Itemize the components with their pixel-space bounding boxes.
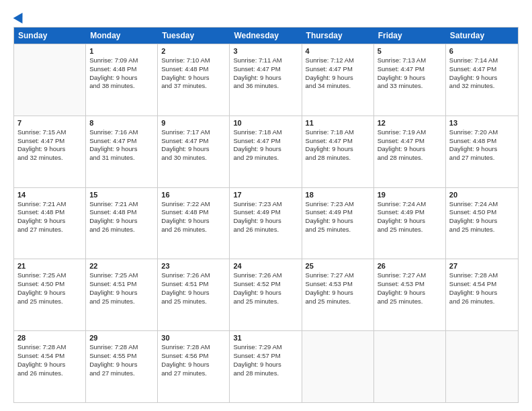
sunrise-text: Sunrise: 7:11 AM <box>233 56 298 65</box>
sunrise-text: Sunrise: 7:24 AM <box>449 200 515 209</box>
calendar-week-2: 7Sunrise: 7:15 AMSunset: 4:47 PMDaylight… <box>14 116 518 187</box>
daylight-minutes: and 28 minutes. <box>378 154 442 163</box>
sunset-text: Sunset: 4:55 PM <box>89 352 154 361</box>
calendar-cell: 27Sunrise: 7:28 AMSunset: 4:54 PMDayligh… <box>446 259 518 330</box>
calendar-cell: 22Sunrise: 7:25 AMSunset: 4:51 PMDayligh… <box>86 259 158 330</box>
daylight-hours: Daylight: 9 hours <box>89 361 154 369</box>
calendar-cell: 11Sunrise: 7:18 AMSunset: 4:47 PMDayligh… <box>302 116 374 187</box>
calendar-cell: 6Sunrise: 7:14 AMSunset: 4:47 PMDaylight… <box>446 44 518 116</box>
calendar-cell: 7Sunrise: 7:15 AMSunset: 4:47 PMDaylight… <box>14 116 86 187</box>
daylight-minutes: and 27 minutes. <box>89 369 154 378</box>
daylight-hours: Daylight: 9 hours <box>378 74 442 83</box>
sunrise-text: Sunrise: 7:14 AM <box>449 56 515 65</box>
daylight-hours: Daylight: 9 hours <box>449 289 515 298</box>
calendar-cell: 14Sunrise: 7:21 AMSunset: 4:48 PMDayligh… <box>14 188 86 259</box>
sunset-text: Sunset: 4:47 PM <box>17 137 82 146</box>
sunrise-text: Sunrise: 7:27 AM <box>378 271 442 280</box>
daylight-minutes: and 28 minutes. <box>233 369 298 378</box>
daylight-minutes: and 32 minutes. <box>17 154 82 163</box>
day-number: 30 <box>161 334 226 342</box>
sunrise-text: Sunrise: 7:22 AM <box>161 200 226 209</box>
daylight-minutes: and 25 minutes. <box>233 298 298 306</box>
sunrise-text: Sunrise: 7:28 AM <box>449 271 515 280</box>
daylight-minutes: and 26 minutes. <box>233 226 298 234</box>
day-number: 3 <box>233 47 298 55</box>
daylight-hours: Daylight: 9 hours <box>233 361 298 369</box>
sunset-text: Sunset: 4:48 PM <box>161 65 226 74</box>
sunset-text: Sunset: 4:53 PM <box>378 280 442 289</box>
day-number: 22 <box>89 262 154 270</box>
daylight-hours: Daylight: 9 hours <box>161 74 226 83</box>
sunset-text: Sunset: 4:48 PM <box>89 65 154 74</box>
daylight-hours: Daylight: 9 hours <box>378 217 442 226</box>
sunrise-text: Sunrise: 7:25 AM <box>89 271 154 280</box>
daylight-hours: Daylight: 9 hours <box>233 217 298 226</box>
day-number: 9 <box>161 119 226 127</box>
sunset-text: Sunset: 4:51 PM <box>89 280 154 289</box>
sunset-text: Sunset: 4:48 PM <box>449 137 515 146</box>
sunrise-text: Sunrise: 7:28 AM <box>89 343 154 352</box>
header-day-friday: Friday <box>374 28 446 44</box>
daylight-minutes: and 25 minutes. <box>161 298 226 306</box>
sunrise-text: Sunrise: 7:21 AM <box>17 200 82 209</box>
sunrise-text: Sunrise: 7:17 AM <box>161 128 226 137</box>
daylight-minutes: and 26 minutes. <box>449 298 515 306</box>
calendar-cell: 16Sunrise: 7:22 AMSunset: 4:48 PMDayligh… <box>158 188 230 259</box>
daylight-minutes: and 26 minutes. <box>17 369 82 378</box>
day-number: 8 <box>89 119 154 127</box>
daylight-hours: Daylight: 9 hours <box>17 361 82 369</box>
sunset-text: Sunset: 4:50 PM <box>449 208 515 217</box>
sunrise-text: Sunrise: 7:20 AM <box>449 128 515 137</box>
sunrise-text: Sunrise: 7:23 AM <box>233 200 298 209</box>
daylight-hours: Daylight: 9 hours <box>378 145 442 154</box>
daylight-hours: Daylight: 9 hours <box>89 217 154 226</box>
calendar-cell: 13Sunrise: 7:20 AMSunset: 4:48 PMDayligh… <box>446 116 518 187</box>
day-number: 11 <box>306 119 370 127</box>
sunrise-text: Sunrise: 7:27 AM <box>306 271 370 280</box>
day-number: 18 <box>306 191 370 199</box>
sunset-text: Sunset: 4:47 PM <box>306 137 370 146</box>
daylight-hours: Daylight: 9 hours <box>17 289 82 298</box>
daylight-minutes: and 28 minutes. <box>306 154 370 163</box>
calendar-cell: 26Sunrise: 7:27 AMSunset: 4:53 PMDayligh… <box>374 259 446 330</box>
daylight-hours: Daylight: 9 hours <box>378 289 442 298</box>
calendar-cell: 15Sunrise: 7:21 AMSunset: 4:48 PMDayligh… <box>86 188 158 259</box>
daylight-hours: Daylight: 9 hours <box>161 217 226 226</box>
calendar-cell: 31Sunrise: 7:29 AMSunset: 4:57 PMDayligh… <box>230 331 302 402</box>
header-day-thursday: Thursday <box>302 28 374 44</box>
sunrise-text: Sunrise: 7:19 AM <box>378 128 442 137</box>
sunrise-text: Sunrise: 7:26 AM <box>161 271 226 280</box>
day-number: 23 <box>161 262 226 270</box>
sunrise-text: Sunrise: 7:24 AM <box>378 200 442 209</box>
calendar-cell: 20Sunrise: 7:24 AMSunset: 4:50 PMDayligh… <box>446 188 518 259</box>
calendar-cell <box>302 331 374 402</box>
sunset-text: Sunset: 4:47 PM <box>161 137 226 146</box>
calendar-cell <box>374 331 446 402</box>
sunset-text: Sunset: 4:49 PM <box>378 208 442 217</box>
sunrise-text: Sunrise: 7:29 AM <box>233 343 298 352</box>
sunset-text: Sunset: 4:48 PM <box>89 208 154 217</box>
daylight-hours: Daylight: 9 hours <box>233 289 298 298</box>
day-number: 26 <box>378 262 442 270</box>
daylight-minutes: and 31 minutes. <box>89 154 154 163</box>
day-number: 4 <box>306 47 370 55</box>
sunset-text: Sunset: 4:47 PM <box>233 65 298 74</box>
calendar-week-4: 21Sunrise: 7:25 AMSunset: 4:50 PMDayligh… <box>14 259 518 330</box>
daylight-minutes: and 25 minutes. <box>378 226 442 234</box>
calendar-cell: 21Sunrise: 7:25 AMSunset: 4:50 PMDayligh… <box>14 259 86 330</box>
sunset-text: Sunset: 4:57 PM <box>233 352 298 361</box>
daylight-hours: Daylight: 9 hours <box>449 74 515 83</box>
day-number: 5 <box>378 47 442 55</box>
daylight-hours: Daylight: 9 hours <box>89 289 154 298</box>
sunrise-text: Sunrise: 7:21 AM <box>89 200 154 209</box>
daylight-minutes: and 36 minutes. <box>233 82 298 91</box>
sunset-text: Sunset: 4:49 PM <box>306 208 370 217</box>
daylight-minutes: and 25 minutes. <box>17 298 82 306</box>
daylight-minutes: and 27 minutes. <box>17 226 82 234</box>
calendar-cell: 17Sunrise: 7:23 AMSunset: 4:49 PMDayligh… <box>230 188 302 259</box>
calendar-cell <box>14 44 86 116</box>
sunset-text: Sunset: 4:48 PM <box>17 208 82 217</box>
calendar-cell <box>446 331 518 402</box>
daylight-hours: Daylight: 9 hours <box>161 145 226 154</box>
calendar-week-5: 28Sunrise: 7:28 AMSunset: 4:54 PMDayligh… <box>14 330 518 402</box>
